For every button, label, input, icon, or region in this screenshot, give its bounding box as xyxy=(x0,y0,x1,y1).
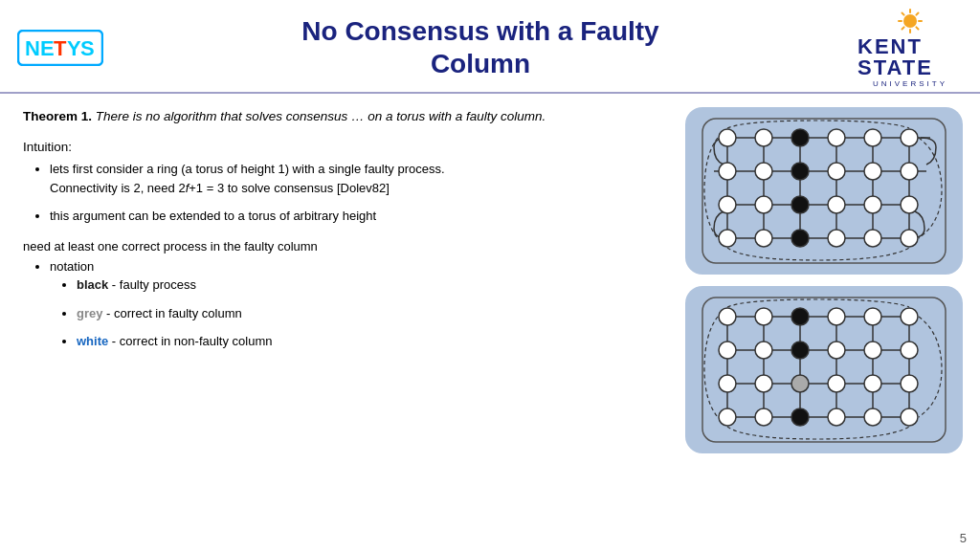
intuition-label: Intuition: xyxy=(23,140,668,154)
bottom-diagram-svg xyxy=(701,296,947,444)
theorem-label: Theorem 1. xyxy=(23,109,92,123)
svg-point-123 xyxy=(901,308,918,325)
svg-point-130 xyxy=(719,375,736,392)
svg-point-56 xyxy=(755,129,772,146)
svg-point-71 xyxy=(864,196,881,213)
right-panel xyxy=(685,107,963,453)
svg-point-57 xyxy=(791,129,809,146)
svg-point-126 xyxy=(791,342,809,359)
list-item: lets first consider a ring (a torus of h… xyxy=(50,160,668,197)
svg-point-60 xyxy=(901,129,918,146)
svg-point-133 xyxy=(828,375,845,392)
svg-line-14 xyxy=(902,27,904,29)
white-desc: - correct in non-faulty column xyxy=(108,334,272,348)
svg-point-138 xyxy=(791,408,809,426)
svg-point-125 xyxy=(755,342,772,359)
svg-point-59 xyxy=(864,129,881,146)
list-item: this argument can be extended to a torus… xyxy=(50,207,668,226)
top-diagram xyxy=(685,107,963,275)
netys-logo: N E T Y S xyxy=(17,30,103,66)
kent-state-logo: KENT STATE UNIVERSITY xyxy=(858,8,963,88)
list-item: notation black - faulty process grey - c… xyxy=(50,257,668,351)
svg-point-75 xyxy=(791,230,809,247)
notation-list: notation black - faulty process grey - c… xyxy=(23,257,668,351)
svg-line-11 xyxy=(902,13,904,15)
svg-point-66 xyxy=(901,163,918,180)
grey-desc: - correct in faulty column xyxy=(102,306,241,320)
svg-point-55 xyxy=(719,129,736,146)
svg-point-70 xyxy=(828,196,845,213)
svg-point-134 xyxy=(864,375,881,392)
svg-text:E: E xyxy=(40,36,55,60)
svg-point-77 xyxy=(864,230,881,247)
main-content: Theorem 1. There is no algorithm that so… xyxy=(0,94,980,461)
title-line1: No Consensus with a Faulty xyxy=(301,16,658,46)
bottom-diagram xyxy=(685,286,963,453)
header: N E T Y S No Consensus with a Faulty Col… xyxy=(0,0,980,94)
kent-state-subtitle: UNIVERSITY xyxy=(873,79,947,88)
page-number: 5 xyxy=(960,531,967,545)
svg-point-68 xyxy=(755,196,772,213)
svg-point-127 xyxy=(828,342,845,359)
svg-point-132 xyxy=(791,375,809,392)
grey-label: grey xyxy=(77,306,102,320)
list-item: grey - correct in faulty column xyxy=(77,304,668,323)
sun-icon xyxy=(897,8,924,34)
svg-line-12 xyxy=(916,27,918,29)
bullet-text-2: this argument can be extended to a torus… xyxy=(50,209,376,223)
svg-point-119 xyxy=(755,308,772,325)
list-item: black - faulty process xyxy=(77,276,668,295)
kent-state-name: KENT STATE xyxy=(858,36,963,78)
svg-text:T: T xyxy=(54,36,67,60)
svg-point-62 xyxy=(755,163,772,180)
white-label: white xyxy=(77,334,108,348)
svg-point-122 xyxy=(864,308,881,325)
top-diagram-svg xyxy=(701,117,947,265)
left-panel: Theorem 1. There is no algorithm that so… xyxy=(23,107,668,453)
svg-point-131 xyxy=(755,375,772,392)
svg-point-72 xyxy=(901,196,918,213)
svg-point-120 xyxy=(791,308,809,325)
svg-point-63 xyxy=(791,163,809,180)
svg-point-64 xyxy=(828,163,845,180)
notation-label: notation xyxy=(50,259,94,274)
sub-list: black - faulty process grey - correct in… xyxy=(50,276,668,351)
svg-point-136 xyxy=(719,408,736,426)
svg-point-124 xyxy=(719,342,736,359)
svg-point-121 xyxy=(828,308,845,325)
list-item: white - correct in non-faulty column xyxy=(77,332,668,351)
svg-point-74 xyxy=(755,230,772,247)
svg-point-65 xyxy=(864,163,881,180)
svg-point-61 xyxy=(719,163,736,180)
title-line2: Column xyxy=(431,49,530,78)
svg-point-58 xyxy=(828,129,845,146)
theorem: Theorem 1. There is no algorithm that so… xyxy=(23,107,668,126)
svg-point-67 xyxy=(719,196,736,213)
svg-text:N: N xyxy=(25,36,40,60)
svg-text:Y: Y xyxy=(67,36,81,60)
black-desc: - faulty process xyxy=(108,277,196,292)
svg-point-140 xyxy=(864,408,881,426)
svg-point-141 xyxy=(901,408,918,426)
svg-point-137 xyxy=(755,408,772,426)
need-text: need at least one correct process in the… xyxy=(23,239,668,253)
slide-title: No Consensus with a Faulty Column xyxy=(103,15,858,79)
svg-point-73 xyxy=(719,230,736,247)
svg-point-69 xyxy=(791,196,809,213)
svg-text:S: S xyxy=(80,36,95,60)
bullet-list: lets first consider a ring (a torus of h… xyxy=(23,160,668,226)
svg-point-139 xyxy=(828,408,845,426)
theorem-body: There is no algorithm that solves consen… xyxy=(96,109,546,123)
bullet-text-1: lets first consider a ring (a torus of h… xyxy=(50,162,445,195)
svg-point-135 xyxy=(901,375,918,392)
svg-point-129 xyxy=(901,342,918,359)
svg-point-6 xyxy=(903,14,917,28)
svg-point-76 xyxy=(828,230,845,247)
svg-point-78 xyxy=(901,230,918,247)
svg-point-118 xyxy=(719,308,736,325)
svg-line-13 xyxy=(916,13,918,15)
svg-point-128 xyxy=(864,342,881,359)
black-label: black xyxy=(77,277,108,292)
